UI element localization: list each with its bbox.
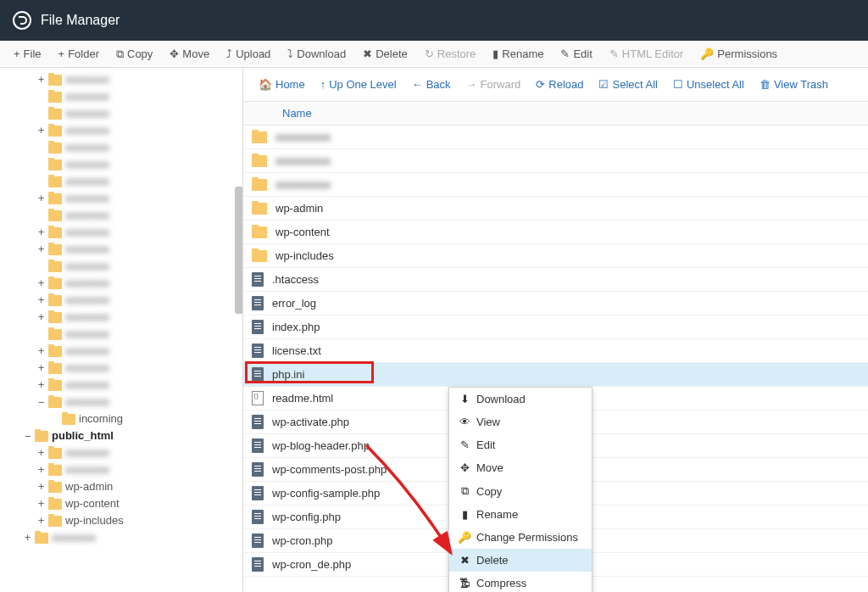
file-row[interactable]: wp-content <box>243 221 868 244</box>
file-row[interactable]: wp-admin <box>243 197 868 221</box>
tree-expander-icon[interactable]: + <box>36 224 47 241</box>
tree-node[interactable]: +xxxxxxxx <box>0 360 242 377</box>
toolbar-edit-button[interactable]: ✎Edit <box>552 44 600 64</box>
tree-node[interactable]: +xxxxxxxx <box>0 292 242 309</box>
tree-expander-icon[interactable]: + <box>36 309 47 326</box>
action-view-trash-button[interactable]: 🗑View Trash <box>753 75 835 94</box>
sidebar-scrollbar-thumb[interactable] <box>235 187 243 314</box>
tree-expander-icon[interactable]: + <box>36 241 47 258</box>
tree-node[interactable]: −public_html <box>0 427 242 444</box>
file-row[interactable]: index.php <box>243 316 868 339</box>
tree-node[interactable]: xxxxxxxx <box>0 105 242 122</box>
tree-expander-icon[interactable]: + <box>36 512 47 529</box>
file-row[interactable]: wp-includes <box>243 244 868 268</box>
tree-node[interactable]: +xxxxxxxx <box>0 241 242 258</box>
toolbar-copy-button[interactable]: ⧉Copy <box>108 44 161 64</box>
action-home-button[interactable]: 🏠Home <box>252 75 312 94</box>
tree-expander-icon[interactable]: + <box>36 478 47 495</box>
file-row[interactable]: xxxxxxxxxx <box>243 149 868 173</box>
file-row[interactable]: error_log <box>243 292 868 316</box>
context-edit-item[interactable]: ✎Edit <box>449 433 592 456</box>
column-header-name[interactable]: Name <box>282 107 312 120</box>
action-icon: 🗑 <box>760 78 771 91</box>
action-bar: 🏠Home↑Up One Level←Back→Forward⟳Reload☑S… <box>243 68 868 102</box>
tree-expander-icon[interactable]: + <box>36 377 47 394</box>
tree-node[interactable]: −xxxxxxxx <box>0 394 242 410</box>
toolbar-move-button[interactable]: ✥Move <box>161 44 218 64</box>
tree-node[interactable]: xxxxxxxx <box>0 156 242 173</box>
tree-node[interactable]: xxxxxxxx <box>0 326 242 343</box>
context-item-label: Delete <box>476 554 509 567</box>
context-view-item[interactable]: 👁View <box>449 410 592 433</box>
tree-node[interactable]: +xxxxxxxx <box>0 377 242 394</box>
tree-label: xxxxxxxx <box>65 343 109 360</box>
folder-icon <box>48 516 62 527</box>
action-icon: ☑ <box>598 78 609 91</box>
context-change-permissions-item[interactable]: 🔑Change Permissions <box>449 526 592 549</box>
tree-expander-icon[interactable]: + <box>36 444 47 461</box>
tree-expander-icon[interactable]: − <box>36 394 47 410</box>
tree-expander-icon[interactable]: + <box>36 461 47 478</box>
tree-node[interactable]: xxxxxxxx <box>0 258 242 275</box>
tree-expander-icon[interactable]: + <box>36 495 47 512</box>
toolbar-delete-button[interactable]: ✖Delete <box>354 44 416 64</box>
tree-node[interactable]: +xxxxxxxx <box>0 461 242 478</box>
tree-node[interactable]: +wp-admin <box>0 478 242 495</box>
toolbar-icon: + <box>14 47 20 60</box>
file-row[interactable]: php.ini <box>243 363 868 387</box>
tree-node[interactable]: +xxxxxxxx <box>0 122 242 139</box>
tree-node[interactable]: +xxxxxxxx <box>0 343 242 360</box>
file-row[interactable]: .htaccess <box>243 268 868 292</box>
tree-expander-icon[interactable]: + <box>22 529 33 546</box>
tree-node[interactable]: xxxxxxxx <box>0 207 242 224</box>
action-unselect-all-button[interactable]: ☐Unselect All <box>666 75 751 94</box>
tree-expander-icon[interactable]: + <box>36 343 47 360</box>
tree-node[interactable]: +xxxxxxxx <box>0 529 242 546</box>
tree-expander-icon[interactable]: + <box>36 292 47 309</box>
tree-expander-icon[interactable]: + <box>36 360 47 377</box>
tree-expander-icon[interactable]: − <box>22 427 33 444</box>
tree-label: xxxxxxxx <box>65 105 109 122</box>
tree-node[interactable]: incoming <box>0 410 242 427</box>
file-row[interactable]: license.txt <box>243 339 868 363</box>
context-download-item[interactable]: ⬇Download <box>449 388 592 410</box>
toolbar-file-button[interactable]: +File <box>5 44 50 64</box>
tree-expander-icon[interactable]: + <box>36 122 47 139</box>
action-up-one-level-button[interactable]: ↑Up One Level <box>314 75 403 94</box>
tree-expander-icon[interactable]: + <box>36 275 47 292</box>
tree-label: xxxxxxxx <box>65 461 109 478</box>
toolbar-folder-button[interactable]: +Folder <box>50 44 108 64</box>
context-menu[interactable]: ⬇Download👁View✎Edit✥Move⧉Copy▮Rename🔑Cha… <box>448 387 593 592</box>
context-delete-item[interactable]: ✖Delete <box>449 549 592 572</box>
context-compress-item[interactable]: 🗜Compress <box>449 572 592 592</box>
action-reload-button[interactable]: ⟳Reload <box>529 75 590 94</box>
toolbar-download-button[interactable]: ⤵Download <box>279 44 354 64</box>
file-row[interactable]: xxxxxxxxxx <box>243 126 868 149</box>
action-select-all-button[interactable]: ☑Select All <box>592 75 664 94</box>
tree-expander-icon[interactable]: + <box>36 190 47 207</box>
context-move-item[interactable]: ✥Move <box>449 456 592 479</box>
context-copy-item[interactable]: ⧉Copy <box>449 479 592 503</box>
tree-node[interactable]: xxxxxxxx <box>0 173 242 190</box>
toolbar-rename-button[interactable]: ▮Rename <box>484 44 552 64</box>
tree-node[interactable]: +xxxxxxxx <box>0 71 242 88</box>
tree-node[interactable]: xxxxxxxx <box>0 88 242 105</box>
folder-tree-sidebar[interactable]: +xxxxxxxxxxxxxxxxxxxxxxxx+xxxxxxxxxxxxxx… <box>0 68 243 592</box>
tree-node[interactable]: +xxxxxxxx <box>0 190 242 207</box>
tree-node[interactable]: +xxxxxxxx <box>0 444 242 461</box>
tree-node[interactable]: +xxxxxxxx <box>0 309 242 326</box>
file-row[interactable]: xxxxxxxxxx <box>243 173 868 197</box>
tree-node[interactable]: +xxxxxxxx <box>0 275 242 292</box>
table-header[interactable]: Name <box>243 102 868 126</box>
tree-node[interactable]: xxxxxxxx <box>0 139 242 156</box>
folder-icon <box>62 414 75 425</box>
action-back-button[interactable]: ←Back <box>405 75 458 94</box>
tree-node[interactable]: +wp-content <box>0 495 242 512</box>
toolbar-upload-button[interactable]: ⤴Upload <box>218 44 279 64</box>
tree-expander-icon[interactable]: + <box>36 71 47 88</box>
context-rename-item[interactable]: ▮Rename <box>449 503 592 526</box>
toolbar-permissions-button[interactable]: 🔑Permissions <box>692 44 786 64</box>
tree-node[interactable]: +wp-includes <box>0 512 242 529</box>
folder-icon <box>48 227 62 238</box>
tree-node[interactable]: +xxxxxxxx <box>0 224 242 241</box>
